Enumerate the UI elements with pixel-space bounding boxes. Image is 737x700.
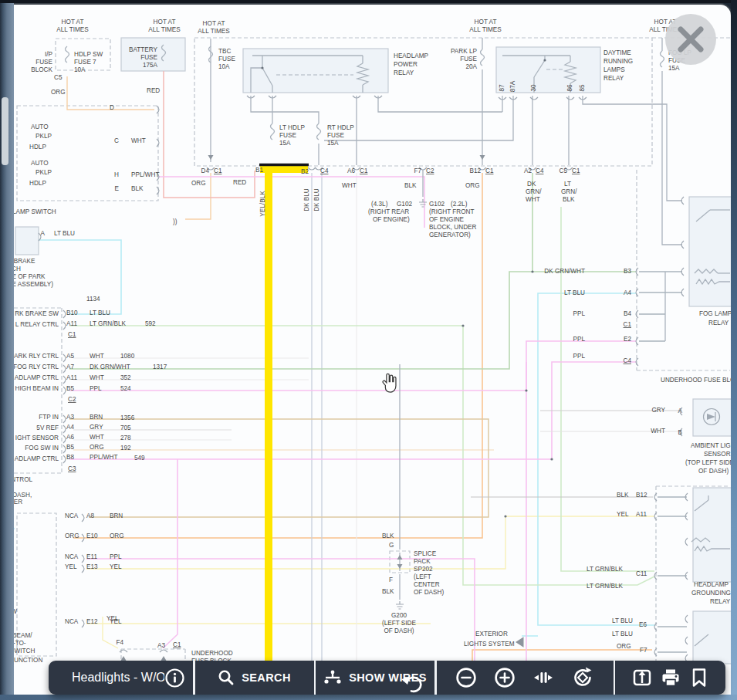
diagram-label: FUSE <box>460 56 477 63</box>
diagram-label: C11 <box>636 570 647 577</box>
diagram-label: A11 <box>66 374 77 381</box>
pin-arc <box>82 555 84 563</box>
arrow-marker <box>480 155 485 160</box>
diagram-label: BLK <box>563 196 575 203</box>
diagram-label: )) <box>173 218 177 225</box>
rotate-reset-icon <box>571 666 594 689</box>
diagram-label: YEL/BLK <box>259 191 266 217</box>
diagram-label: PPL/WHT <box>131 171 159 178</box>
diagram-label: LT BLU <box>612 631 633 637</box>
diagram-label: YEL <box>65 563 77 570</box>
diagram-label: B2 <box>301 168 309 175</box>
diagram-label: 87 <box>499 84 505 92</box>
junction-dot <box>525 389 527 391</box>
search-button[interactable]: SEARCH <box>195 661 314 695</box>
wiring-diagram-viewer: { "toolbar": { "bg": "#2e3643", "title":… <box>0 0 737 700</box>
diagram-label: NCA <box>65 618 79 625</box>
diagram-label: (RIGHT REAR <box>368 208 409 215</box>
diagram-label: B12 <box>469 167 481 174</box>
wire <box>73 173 482 538</box>
export-button[interactable] <box>631 667 653 688</box>
diagram-label: 10A <box>74 66 86 73</box>
diagram-label: (2.2L) <box>451 201 468 208</box>
diagram-label: ORG <box>617 643 631 650</box>
junction-dot <box>461 324 464 326</box>
diagram-label: E11 <box>86 553 97 560</box>
pin-arc <box>63 455 66 463</box>
diagram-label: 352 <box>120 374 131 381</box>
diagram-label: DK <box>527 181 536 188</box>
pin-arc <box>685 615 688 623</box>
diagram-label: BRN <box>110 512 123 519</box>
fit-screen-button[interactable] <box>532 667 554 688</box>
diagram-label: G102 <box>429 201 445 208</box>
diagram-label: FUSE <box>140 54 157 61</box>
diagram-label: DK GRN/WHT <box>544 268 585 275</box>
window-right-edge <box>731 0 737 700</box>
diagram-label: ORG <box>51 89 66 96</box>
diagram-label: E6 <box>639 621 647 628</box>
diagram-label: BLK <box>382 533 394 539</box>
diagram-label: DK BLU <box>303 188 310 211</box>
diagram-label: C2 <box>68 396 76 403</box>
diagram-label: C1 <box>624 321 632 328</box>
bookmark-icon <box>689 667 709 688</box>
diagram-label: DK BLU <box>313 188 320 211</box>
bookmark-button[interactable] <box>689 667 709 688</box>
diagram-label: E2 <box>624 336 631 343</box>
fuse-symbol <box>661 51 664 67</box>
diagram-label: B1 <box>255 167 263 174</box>
diagram-title: Headlights - W/O ZR2 - P... <box>72 671 164 685</box>
scrollbar-thumb[interactable] <box>2 97 8 165</box>
diagram-label: 1317 <box>153 364 167 370</box>
diagram-label: C4 <box>624 357 632 364</box>
diagram-label: UNCTION <box>14 657 42 664</box>
diagram-label: A <box>41 230 46 237</box>
pin-arc <box>63 415 66 423</box>
diagram-label: FUSE <box>279 132 296 139</box>
diagram-label: PPL <box>573 310 586 317</box>
wiring-diagram-canvas[interactable]: HOT ATALL TIMESHOT ATALL TIMESHOT ATALL … <box>14 3 732 696</box>
diagram-label: DK GRN/WHT <box>90 364 130 370</box>
zoom-in-button[interactable] <box>494 667 516 688</box>
info-button[interactable] <box>164 668 185 688</box>
close-button[interactable] <box>665 14 716 65</box>
diagram-label: F7 <box>640 647 647 654</box>
diagram-label: HOT AT <box>203 20 225 27</box>
diagram-label: RT HDLP <box>327 124 354 131</box>
diagram-label: GRN/ <box>561 188 577 195</box>
diagram-label: HOT AT <box>62 19 84 25</box>
diagram-label: 20A <box>465 63 477 70</box>
diagram-label: 1134 <box>86 296 100 303</box>
wire <box>86 516 654 569</box>
junction-dot <box>550 458 553 460</box>
diagram-label: B <box>678 429 683 436</box>
diagram-label: FOG SW IN <box>25 445 59 451</box>
print-button[interactable] <box>660 667 681 688</box>
diagram-label: EXTERIOR <box>475 631 508 637</box>
diagram-label: 705 <box>120 424 131 431</box>
window-bottom-edge <box>0 695 737 700</box>
diagram-label: AUTO <box>31 160 49 167</box>
diagram-label: SPLICE <box>414 550 437 557</box>
diagram-label: C1 <box>68 331 76 338</box>
diagram-label: I/P <box>45 51 53 58</box>
diagram-label: (TOP LEFT SIDE <box>685 459 732 466</box>
wire <box>251 96 319 123</box>
diagram-label: HEADLAMP <box>394 52 429 59</box>
undo-icon[interactable] <box>399 671 425 696</box>
diagram-label: 524 <box>120 385 131 392</box>
diagram-label: (LEFT SIDE <box>382 620 417 627</box>
wire <box>378 96 502 112</box>
diagram-label: LIGHTS SYSTEM <box>464 641 515 648</box>
diagram-label: UNDERHOOD <box>191 650 233 657</box>
diagram-label: E13 <box>86 563 98 570</box>
zoom-out-button[interactable] <box>455 667 477 688</box>
diagram-label: HDLP <box>29 144 46 150</box>
diagram-label: RELAY <box>603 75 624 82</box>
diagram-label: OF DASH) <box>414 589 444 596</box>
pin-arc <box>63 435 66 443</box>
diagram-label: ATER <box>14 499 22 506</box>
rotate-reset-button[interactable] <box>571 666 594 689</box>
component-box <box>689 197 732 306</box>
